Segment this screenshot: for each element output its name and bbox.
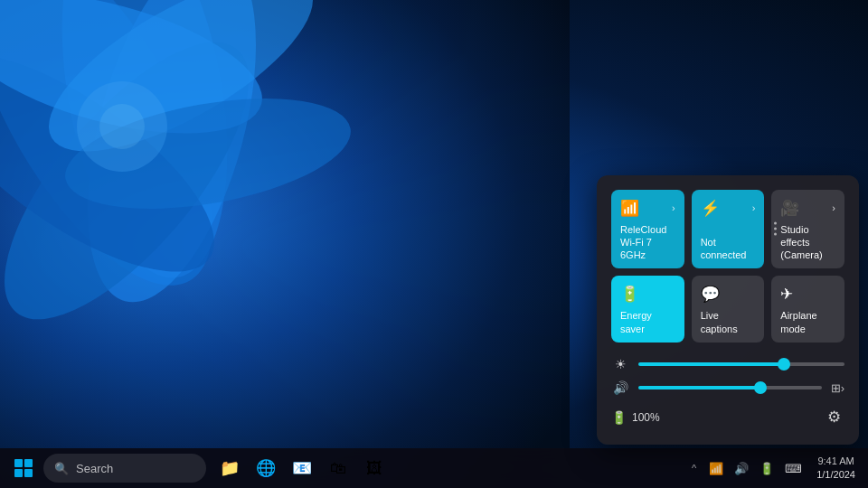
captions-icon: 💬 [701,285,720,304]
live-captions-tile[interactable]: 💬 Live captions [692,276,765,343]
energy-saver-tile[interactable]: 🔋 Energy saver [611,276,684,343]
file-explorer-icon[interactable]: 📁 [213,452,246,484]
brightness-slider[interactable] [638,362,844,366]
tray-wifi-icon[interactable]: 📶 [705,458,727,479]
volume-row: 🔊 ⊞› [611,380,844,395]
logo-q3 [14,469,23,477]
wifi-chevron[interactable]: › [672,202,675,213]
edge-icon[interactable]: 🌐 [250,452,282,484]
tray-lang-icon[interactable]: ⌨ [781,458,806,479]
battery-info: 🔋 100% [611,410,660,425]
settings-gear-icon[interactable]: ⚙ [824,404,844,430]
quick-settings-footer: 🔋 100% ⚙ [611,404,844,430]
taskbar-apps: 📁 🌐 📧 🛍 🖼 [213,452,391,484]
volume-icon: 🔊 [611,380,629,395]
quick-settings-panel: 📶 › ReleCloud Wi-Fi 7 6GHz ⚡ › Not conne… [597,175,859,445]
studio-effects-tile-top: 🎥 › [780,199,835,218]
bluetooth-icon: ⚡ [701,199,720,218]
wallpaper-bloom [0,0,570,488]
wifi-tile-top: 📶 › [620,199,675,218]
quick-settings-grid: 📶 › ReleCloud Wi-Fi 7 6GHz ⚡ › Not conne… [611,190,844,343]
tray-date-value: 1/1/2024 [816,468,855,482]
live-captions-tile-top: 💬 [701,285,756,304]
volume-slider[interactable] [638,386,822,389]
bluetooth-tile-top: ⚡ › [701,199,756,218]
bluetooth-label: Not connected [701,236,756,262]
live-captions-label: Live captions [701,309,756,335]
start-button[interactable] [7,452,40,484]
battery-percent: 100% [632,411,660,424]
tray-time-value: 9:41 AM [817,455,854,468]
bluetooth-chevron[interactable]: › [752,202,756,213]
energy-saver-label: Energy saver [620,309,675,335]
tray-volume-icon[interactable]: 🔊 [731,458,752,479]
logo-q4 [24,469,33,477]
brightness-row: ☀ [611,357,844,371]
svg-point-10 [99,104,145,149]
energy-saver-icon: 🔋 [620,285,639,304]
wifi-label: ReleCloud Wi-Fi 7 6GHz [620,223,675,262]
taskbar: 🔍 Search 📁 🌐 📧 🛍 🖼 ^ 📶 🔊 🔋 ⌨ 9:41 AM 1/1… [0,448,868,488]
wifi-icon: 📶 [620,199,639,218]
airplane-icon: ✈ [780,285,793,304]
battery-footer-icon: 🔋 [611,410,627,425]
photos-icon[interactable]: 🖼 [358,452,391,484]
airplane-mode-tile-top: ✈ [780,285,835,304]
logo-q1 [14,459,23,467]
desktop: 📶 › ReleCloud Wi-Fi 7 6GHz ⚡ › Not conne… [0,0,868,488]
logo-q2 [24,459,33,467]
tray-chevron-up[interactable]: ^ [688,459,700,477]
studio-effects-chevron[interactable]: › [832,202,835,213]
search-bar[interactable]: 🔍 Search [43,454,206,483]
tray-clock[interactable]: 9:41 AM 1/1/2024 [811,453,861,484]
tray-icons: 📶 🔊 🔋 ⌨ [705,458,806,479]
search-label: Search [76,462,113,475]
volume-end-icon[interactable]: ⊞› [831,381,844,395]
studio-effects-tile[interactable]: 🎥 › Studio effects(Camera) [771,190,844,269]
camera-icon: 🎥 [780,199,799,218]
studio-effects-label: Studio effects(Camera) [780,223,835,262]
energy-saver-tile-top: 🔋 [620,285,675,304]
airplane-mode-label: Airplane mode [780,309,835,335]
windows-logo [14,459,33,477]
search-icon: 🔍 [54,462,69,475]
system-tray: ^ 📶 🔊 🔋 ⌨ 9:41 AM 1/1/2024 [688,453,861,484]
bluetooth-tile[interactable]: ⚡ › Not connected [692,190,765,269]
tray-battery-icon[interactable]: 🔋 [756,458,778,479]
airplane-mode-tile[interactable]: ✈ Airplane mode [771,276,844,343]
mail-icon[interactable]: 📧 [286,452,318,484]
store-icon[interactable]: 🛍 [322,452,354,484]
wifi-tile[interactable]: 📶 › ReleCloud Wi-Fi 7 6GHz [611,190,684,269]
brightness-icon: ☀ [611,357,629,371]
